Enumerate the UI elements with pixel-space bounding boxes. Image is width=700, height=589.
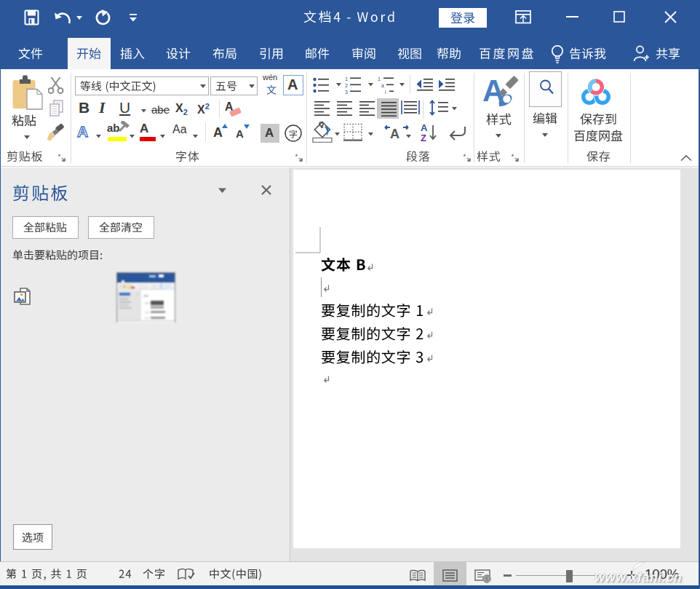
svg-text:2: 2 bbox=[345, 83, 348, 88]
svg-text:1: 1 bbox=[378, 76, 381, 82]
svg-text:i: i bbox=[385, 90, 386, 95]
svg-text:A: A bbox=[421, 122, 428, 133]
svg-text:Z: Z bbox=[421, 133, 426, 143]
svg-text:a: a bbox=[381, 83, 384, 88]
svg-text:1: 1 bbox=[345, 76, 348, 82]
svg-text:A: A bbox=[390, 127, 399, 141]
svg-text:3: 3 bbox=[345, 90, 348, 95]
